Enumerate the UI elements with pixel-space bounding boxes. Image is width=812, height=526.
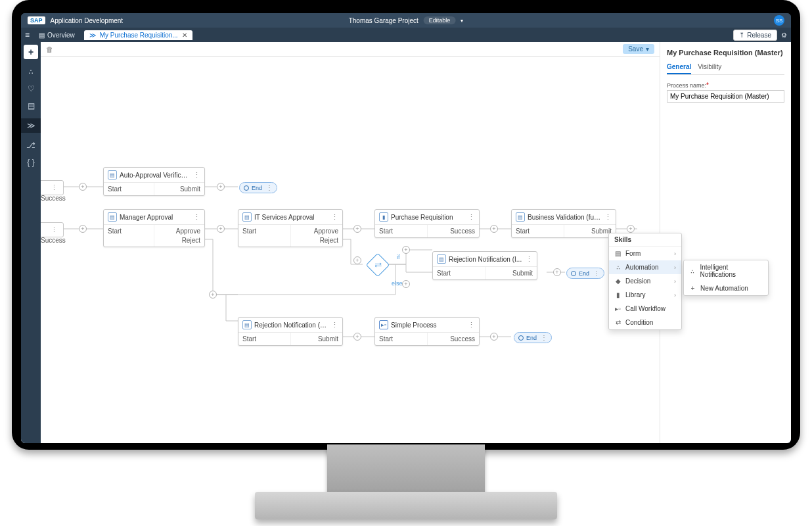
rail-people-icon[interactable]: ⛬ — [27, 67, 35, 76]
upload-icon: ⤒ — [739, 32, 744, 39]
end-node-top[interactable]: End ⋮ — [239, 182, 277, 193]
node-it-services[interactable]: ▤ IT Services Approval ⋮ Start Approve R… — [238, 209, 343, 247]
menu-label: Decision — [625, 277, 650, 285]
port-start: Start — [104, 225, 154, 247]
node-title: Manager Approval — [120, 214, 191, 221]
add-button[interactable]: + — [24, 45, 38, 59]
menu-item-decision[interactable]: ◆Decision› — [609, 274, 681, 288]
end-label: End — [526, 335, 537, 341]
plus-icon[interactable]: + — [553, 268, 561, 276]
node-menu-icon[interactable]: ⋮ — [331, 213, 338, 222]
menu-label: Intelligent Notifications — [700, 264, 763, 278]
node-menu-icon[interactable]: ⋮ — [266, 184, 273, 191]
menu-label: Form — [625, 250, 641, 257]
node-menu-icon[interactable]: ⋮ — [526, 255, 533, 264]
form-icon: ▤ — [516, 212, 525, 222]
document-icon: ▤ — [39, 32, 45, 39]
port-success: Success — [427, 225, 480, 237]
chevron-down-icon[interactable]: ▾ — [646, 45, 649, 53]
node-menu-icon[interactable]: ⋮ — [604, 213, 612, 222]
process-name-input[interactable] — [667, 90, 784, 103]
port-start: Start — [375, 333, 427, 345]
plus-icon[interactable]: + — [217, 225, 225, 233]
gear-icon[interactable]: ⚙ — [781, 32, 787, 39]
rail-brackets-icon[interactable]: { } — [27, 158, 34, 167]
tab-general[interactable]: General — [667, 63, 691, 74]
tab-overview[interactable]: ▤ Overview — [34, 30, 80, 40]
plus-icon[interactable]: + — [402, 280, 410, 288]
subprocess-icon: ▸▫ — [379, 320, 388, 329]
decision-else-label: else — [392, 280, 403, 287]
condition-icon: ⇄ — [614, 319, 621, 326]
node-menu-icon[interactable]: ⋮ — [541, 334, 547, 341]
plus-icon[interactable]: + — [627, 225, 635, 233]
canvas-area[interactable]: 🗑 Save ▾ — [41, 42, 660, 443]
node-manager-approval[interactable]: ▤ Manager Approval ⋮ Start Approve Rejec… — [103, 209, 205, 247]
release-button[interactable]: ⤒ Release — [733, 30, 777, 41]
subheader: ≡ ▤ Overview ≫ My Purchase Requisition..… — [21, 28, 791, 42]
menu-item-form[interactable]: ▤Form› — [609, 247, 681, 260]
node-purchase-req[interactable]: ▮ Purchase Requisition ⋮ Start Success — [374, 209, 480, 238]
save-button[interactable]: Save ▾ — [623, 44, 654, 54]
stub-top[interactable]: ⋮ — [41, 180, 64, 195]
plus-icon[interactable]: + — [79, 225, 87, 233]
tab-active[interactable]: ≫ My Purchase Requisition... ✕ — [84, 30, 192, 40]
end-node-bottom[interactable]: End ⋮ — [514, 332, 552, 343]
node-menu-icon[interactable]: ⋮ — [468, 213, 475, 222]
decision-node[interactable]: ⮂ — [366, 253, 390, 277]
menu-item-library[interactable]: ▮Library› — [609, 288, 681, 302]
plus-icon[interactable]: + — [353, 333, 361, 341]
menu-item-condition[interactable]: ⇄Condition — [609, 316, 681, 329]
submenu-intelligent-notifications[interactable]: ⛬Intelligent Notifications — [684, 260, 768, 281]
form-icon: ▤ — [242, 212, 252, 222]
rail-heart-icon[interactable]: ♡ — [28, 84, 35, 93]
submenu-new-automation[interactable]: +New Automation — [684, 281, 768, 295]
port-submit: Submit — [154, 183, 204, 195]
tab-visibility[interactable]: Visibility — [698, 63, 721, 74]
library-icon: ▮ — [614, 291, 621, 299]
trash-icon[interactable]: 🗑 — [46, 45, 53, 53]
panel-title: My Purchase Requisition (Master) — [667, 49, 784, 57]
node-menu-icon[interactable]: ⋮ — [468, 321, 475, 329]
node-rejection-i[interactable]: ▤ Rejection Notification (I... ⋮ Start S… — [432, 251, 537, 280]
editable-badge[interactable]: Editable — [424, 16, 456, 24]
node-business-validation[interactable]: ▤ Business Validation (full... ⋮ Start S… — [511, 209, 616, 238]
menu-item-call-workflow[interactable]: ▸▫Call Workflow — [609, 302, 681, 316]
port-start: Start — [375, 225, 427, 237]
avatar[interactable]: SS — [774, 15, 784, 26]
end-node-mid[interactable]: End ⋮ — [566, 268, 604, 279]
port-reject: Reject — [295, 237, 339, 244]
rail-doc-icon[interactable]: ▤ — [28, 101, 35, 110]
plus-icon[interactable]: + — [490, 225, 498, 233]
plus-icon[interactable]: + — [353, 256, 361, 264]
hamburger-icon[interactable]: ≡ — [25, 30, 30, 39]
plus-icon[interactable]: + — [79, 183, 87, 191]
node-menu-icon[interactable]: ⋮ — [193, 171, 200, 179]
node-auto-approval[interactable]: ▤ Auto-Approval Verificatio... ⋮ Start S… — [103, 167, 205, 196]
chevron-right-icon: › — [674, 292, 676, 299]
app-title: Application Development — [51, 17, 124, 24]
sap-logo: SAP — [28, 16, 45, 24]
plus-icon[interactable]: + — [353, 225, 361, 233]
stub-bottom[interactable]: ⋮ — [41, 222, 64, 237]
menu-label: Condition — [625, 319, 653, 326]
plus-icon[interactable]: + — [402, 246, 410, 254]
menu-item-automation[interactable]: ⛬Automation› — [609, 260, 681, 274]
chevron-down-icon[interactable]: ▾ — [461, 18, 463, 24]
rail-process-icon[interactable]: ≫ — [21, 118, 41, 133]
plus-icon[interactable]: + — [217, 183, 225, 191]
menu-label: Call Workflow — [625, 305, 665, 312]
skills-menu: Skills ▤Form› ⛬Automation› ◆Decision› ▮L… — [608, 233, 682, 330]
port-submit: Submit — [290, 333, 343, 345]
node-menu-icon[interactable]: ⋮ — [331, 321, 338, 329]
plus-icon[interactable]: + — [490, 333, 498, 341]
port-success-top: Success — [41, 195, 66, 202]
plus-icon[interactable]: + — [209, 291, 217, 299]
node-simple-process[interactable]: ▸▫ Simple Process ⋮ Start Success — [374, 317, 480, 346]
node-menu-icon[interactable]: ⋮ — [193, 213, 200, 222]
node-rejection-m[interactable]: ▤ Rejection Notification (M... ⋮ Start S… — [238, 317, 343, 346]
node-menu-icon[interactable]: ⋮ — [593, 270, 600, 277]
end-circle-icon — [571, 271, 576, 276]
close-icon[interactable]: ✕ — [182, 32, 187, 39]
rail-branch-icon[interactable]: ⎇ — [26, 141, 35, 150]
